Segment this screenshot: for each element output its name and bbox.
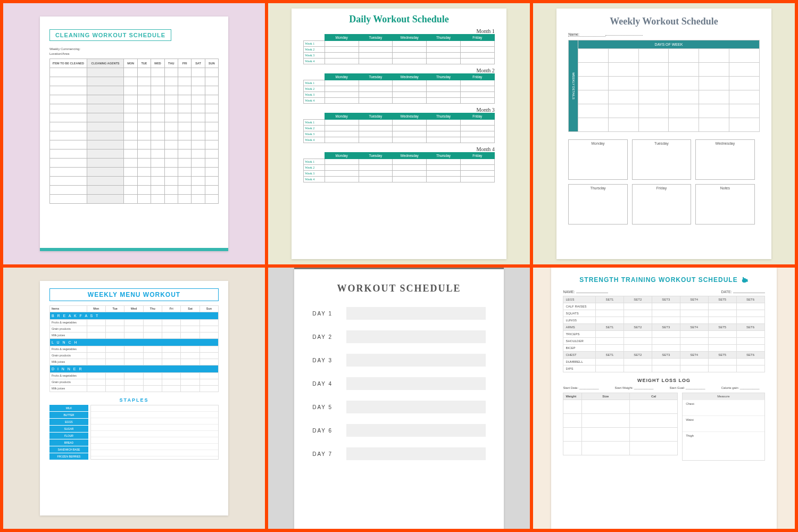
col-header: WED <box>151 59 164 68</box>
title: STRENGTH TRAINING WORKOUT SCHEDULE <box>563 276 764 284</box>
day-row: DAY 6 <box>312 424 486 437</box>
card-strength-training[interactable]: STRENGTH TRAINING WORKOUT SCHEDULE NAME:… <box>533 268 795 529</box>
menu-table: ItemsMonTueWedThuFriSatSunB R E A K F A … <box>49 305 219 392</box>
title: Daily Workout Schedule <box>303 14 494 25</box>
name-field: Name: <box>568 32 759 37</box>
day-input-bar <box>346 330 486 343</box>
title: Weekly Workout Schedule <box>568 16 759 27</box>
weekly-grid: WEEKLY DETAILS DAYS OF WEEK <box>568 40 759 132</box>
month-label: Month 3 <box>303 107 494 113</box>
col-header: CLEANING AGENTS <box>87 59 124 68</box>
day-row: DAY 2 <box>312 330 486 343</box>
meal-header: D I N N E R <box>49 365 218 372</box>
month-label: Month 2 <box>303 68 494 73</box>
staple-item: BREAD <box>49 439 88 446</box>
day-input-bar <box>346 377 486 390</box>
log-meta-item: Calorie gain: ___________ <box>721 386 760 389</box>
day-box: Wednesday <box>695 139 754 180</box>
card-cleaning-workout[interactable]: CLEANING WORKOUT SCHEDULE Weekly Commenc… <box>3 3 265 264</box>
day-label: DAY 1 <box>312 311 341 317</box>
measure-row: Chest <box>683 400 764 415</box>
month-label: Month 4 <box>303 146 494 152</box>
staples-grid <box>90 405 219 460</box>
measure-row: Thigh <box>683 431 764 447</box>
col-header: ITEM TO BE CLEANED <box>49 59 87 68</box>
card-daily-workout[interactable]: Daily Workout Schedule Month 1MondayTues… <box>268 3 530 264</box>
footer-accent <box>40 248 228 251</box>
log-area: WeightSizeCal Measure ChestWaistThigh <box>563 393 764 461</box>
subtext-1: Weekly Commencing: <box>49 47 219 51</box>
day-label: DAY 4 <box>312 381 341 387</box>
day-input-bar <box>346 424 486 437</box>
staple-item: SUGAR <box>49 426 88 432</box>
day-label: DAY 5 <box>312 404 341 410</box>
card-weekly-workout[interactable]: Weekly Workout Schedule Name: WEEKLY DET… <box>533 3 795 264</box>
title: CLEANING WORKOUT SCHEDULE <box>49 29 171 41</box>
cleaning-table: ITEM TO BE CLEANEDCLEANING AGENTSMONTUEW… <box>49 59 219 204</box>
log-meta: Start Date: ___________Start Weight: ___… <box>563 386 764 389</box>
day-box: Monday <box>568 139 627 180</box>
col-header: SUN <box>205 59 218 68</box>
day-box: Tuesday <box>632 139 691 180</box>
page: CLEANING WORKOUT SCHEDULE Weekly Commenc… <box>40 16 228 252</box>
staple-item: FROZEN BERRIES <box>49 453 88 460</box>
day-box: Friday <box>632 184 691 225</box>
log-meta-item: Start Weight: ___________ <box>615 386 654 389</box>
staple-item: SANDWICH BASE <box>49 446 88 453</box>
template-grid: CLEANING WORKOUT SCHEDULE Weekly Commenc… <box>0 0 798 532</box>
day-input-bar <box>346 307 486 320</box>
page: Weekly Workout Schedule Name: WEEKLY DET… <box>556 9 771 259</box>
day-label: DAY 2 <box>312 334 341 340</box>
day-input-bar <box>346 354 486 367</box>
month-table: MondayTuesdayWednesdayThursdayFridayWeek… <box>303 73 494 104</box>
page: Daily Workout Schedule Month 1MondayTues… <box>292 9 506 259</box>
page: WEEKLY MENU WORKOUT ItemsMonTueWedThuFri… <box>40 281 228 516</box>
month-table: MondayTuesdayWednesdayThursdayFridayWeek… <box>303 152 494 182</box>
staple-item: FLOUR <box>49 433 88 439</box>
staple-item: BUTTER <box>49 412 88 418</box>
day-row: DAY 4 <box>312 377 486 390</box>
col-header: THU <box>164 59 178 68</box>
staples-area: MILKBUTTEREGGSSUGARFLOURBREADSANDWICH BA… <box>49 405 219 460</box>
day-label: DAY 3 <box>312 358 341 363</box>
col-header: MON <box>124 59 137 68</box>
day-boxes: MondayTuesdayWednesdayThursdayFridayNote… <box>568 139 759 225</box>
month-table: MondayTuesdayWednesdayThursdayFridayWeek… <box>303 34 494 64</box>
log-table: WeightSizeCal <box>563 393 678 455</box>
side-label: WEEKLY DETAILS <box>569 40 578 131</box>
log-meta-item: Start Date: ___________ <box>563 386 598 389</box>
title: WORKOUT SCHEDULE <box>312 283 486 294</box>
day-row: DAY 3 <box>312 354 486 367</box>
meal-header: B R E A K F A S T <box>49 312 218 319</box>
day-input-bar <box>346 401 486 413</box>
meta-row: NAME: DATE: <box>563 290 764 294</box>
col-header: FRI <box>178 59 191 68</box>
day-row: DAY 7 <box>312 447 486 460</box>
col-header: SAT <box>192 59 205 68</box>
measure-row: Waist <box>683 415 764 431</box>
subtext-2: Location/Area: <box>49 52 219 55</box>
card-weekly-menu[interactable]: WEEKLY MENU WORKOUT ItemsMonTueWedThuFri… <box>3 268 265 529</box>
log-meta-item: Start Goal: ___________ <box>669 386 705 389</box>
page: WORKOUT SCHEDULE DAY 1DAY 2DAY 3DAY 4DAY… <box>294 268 504 529</box>
staple-item: MILK <box>49 405 88 411</box>
month-label: Month 1 <box>303 28 494 34</box>
title: WEEKLY MENU WORKOUT <box>49 288 219 301</box>
measure-header: Measure <box>683 393 764 400</box>
day-input-bar <box>346 447 486 460</box>
day-label: DAY 7 <box>312 451 341 457</box>
day-box: Thursday <box>568 184 627 225</box>
days-header: DAYS OF WEEK <box>578 40 759 48</box>
staples-title: STAPLES <box>49 397 219 403</box>
day-row: DAY 1 <box>312 307 486 320</box>
strength-table: LEGSSET1SET2SET3SET4SET5SET6CALF RAISESS… <box>563 296 764 372</box>
meal-header: L U N C H <box>49 338 218 346</box>
measure-box: Measure ChestWaistThigh <box>682 393 764 461</box>
staple-item: EGGS <box>49 419 88 425</box>
day-box: Notes <box>695 184 754 225</box>
card-workout-days[interactable]: WORKOUT SCHEDULE DAY 1DAY 2DAY 3DAY 4DAY… <box>268 268 530 529</box>
day-row: DAY 5 <box>312 401 486 413</box>
log-title: WEIGHT LOSS LOG <box>563 378 764 383</box>
page: STRENGTH TRAINING WORKOUT SCHEDULE NAME:… <box>551 268 776 529</box>
muscle-icon <box>741 276 749 284</box>
